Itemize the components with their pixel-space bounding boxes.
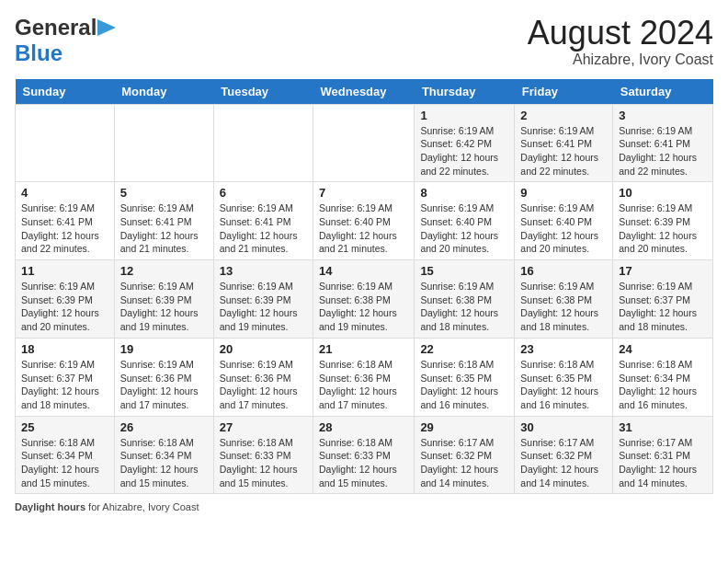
day-detail: Sunrise: 6:19 AM Sunset: 6:39 PM Dayligh… (120, 280, 208, 334)
day-detail: Sunrise: 6:19 AM Sunset: 6:38 PM Dayligh… (420, 280, 508, 334)
svg-marker-0 (97, 19, 116, 36)
day-detail: Sunrise: 6:18 AM Sunset: 6:35 PM Dayligh… (420, 358, 508, 412)
day-detail: Sunrise: 6:18 AM Sunset: 6:35 PM Dayligh… (520, 358, 607, 412)
col-header-sunday: Sunday (16, 79, 115, 105)
day-detail: Sunrise: 6:19 AM Sunset: 6:38 PM Dayligh… (319, 280, 408, 334)
day-number: 13 (220, 264, 307, 278)
logo-arrow-icon (97, 19, 116, 36)
day-number: 5 (120, 186, 208, 200)
calendar-week-row: 4Sunrise: 6:19 AM Sunset: 6:41 PM Daylig… (16, 182, 713, 260)
calendar-cell: 10Sunrise: 6:19 AM Sunset: 6:39 PM Dayli… (613, 182, 713, 260)
calendar-cell: 1Sunrise: 6:19 AM Sunset: 6:42 PM Daylig… (415, 104, 515, 182)
col-header-wednesday: Wednesday (313, 79, 415, 105)
day-detail: Sunrise: 6:19 AM Sunset: 6:38 PM Dayligh… (520, 280, 607, 334)
calendar-cell: 24Sunrise: 6:18 AM Sunset: 6:34 PM Dayli… (613, 338, 713, 416)
day-detail: Sunrise: 6:19 AM Sunset: 6:37 PM Dayligh… (619, 280, 707, 334)
calendar-cell: 15Sunrise: 6:19 AM Sunset: 6:38 PM Dayli… (415, 260, 515, 339)
day-detail: Sunrise: 6:19 AM Sunset: 6:36 PM Dayligh… (220, 358, 307, 412)
calendar-cell: 23Sunrise: 6:18 AM Sunset: 6:35 PM Dayli… (515, 338, 613, 416)
col-header-monday: Monday (114, 79, 213, 105)
day-number: 23 (520, 342, 607, 356)
calendar-cell (114, 104, 213, 182)
day-number: 20 (220, 342, 307, 356)
calendar-week-row: 11Sunrise: 6:19 AM Sunset: 6:39 PM Dayli… (16, 260, 713, 339)
col-header-friday: Friday (515, 79, 613, 105)
calendar-cell: 11Sunrise: 6:19 AM Sunset: 6:39 PM Dayli… (16, 260, 115, 339)
day-detail: Sunrise: 6:18 AM Sunset: 6:34 PM Dayligh… (21, 436, 108, 490)
calendar-cell: 27Sunrise: 6:18 AM Sunset: 6:33 PM Dayli… (213, 416, 313, 494)
day-number: 11 (21, 264, 108, 278)
day-number: 27 (220, 420, 307, 434)
calendar-cell: 6Sunrise: 6:19 AM Sunset: 6:41 PM Daylig… (213, 182, 313, 260)
day-number: 19 (120, 342, 208, 356)
day-number: 4 (21, 186, 108, 200)
calendar-cell: 13Sunrise: 6:19 AM Sunset: 6:39 PM Dayli… (213, 260, 313, 339)
calendar-cell: 22Sunrise: 6:18 AM Sunset: 6:35 PM Dayli… (415, 338, 515, 416)
day-detail: Sunrise: 6:19 AM Sunset: 6:39 PM Dayligh… (21, 280, 108, 334)
title-block: August 2024 Ahizabre, Ivory Coast (528, 15, 713, 68)
calendar-week-row: 1Sunrise: 6:19 AM Sunset: 6:42 PM Daylig… (16, 104, 713, 182)
calendar-cell: 21Sunrise: 6:18 AM Sunset: 6:36 PM Dayli… (313, 338, 415, 416)
day-number: 14 (319, 264, 408, 278)
day-detail: Sunrise: 6:17 AM Sunset: 6:32 PM Dayligh… (420, 436, 508, 490)
day-detail: Sunrise: 6:19 AM Sunset: 6:40 PM Dayligh… (420, 201, 508, 256)
day-detail: Sunrise: 6:19 AM Sunset: 6:40 PM Dayligh… (319, 201, 408, 256)
calendar-cell: 17Sunrise: 6:19 AM Sunset: 6:37 PM Dayli… (613, 260, 713, 339)
calendar-cell: 28Sunrise: 6:18 AM Sunset: 6:33 PM Dayli… (313, 416, 415, 494)
footer-label: Daylight hours (15, 501, 85, 512)
day-detail: Sunrise: 6:18 AM Sunset: 6:34 PM Dayligh… (120, 436, 208, 490)
calendar-cell: 8Sunrise: 6:19 AM Sunset: 6:40 PM Daylig… (415, 182, 515, 260)
day-detail: Sunrise: 6:19 AM Sunset: 6:41 PM Dayligh… (520, 124, 607, 178)
day-detail: Sunrise: 6:19 AM Sunset: 6:41 PM Dayligh… (21, 201, 108, 256)
col-header-saturday: Saturday (613, 79, 713, 105)
day-detail: Sunrise: 6:18 AM Sunset: 6:36 PM Dayligh… (319, 358, 408, 412)
day-number: 3 (619, 109, 707, 122)
calendar-cell: 16Sunrise: 6:19 AM Sunset: 6:38 PM Dayli… (515, 260, 613, 339)
day-number: 9 (520, 186, 607, 200)
page-header: General Blue August 2024 Ahizabre, Ivory… (15, 15, 713, 68)
calendar-cell: 30Sunrise: 6:17 AM Sunset: 6:32 PM Dayli… (515, 416, 613, 494)
logo-general: General (15, 15, 97, 40)
calendar-table: SundayMondayTuesdayWednesdayThursdayFrid… (15, 79, 713, 495)
col-header-thursday: Thursday (415, 79, 515, 105)
day-number: 18 (21, 342, 108, 356)
day-number: 30 (520, 420, 607, 434)
day-detail: Sunrise: 6:19 AM Sunset: 6:39 PM Dayligh… (220, 280, 307, 334)
calendar-cell (313, 104, 415, 182)
calendar-cell: 14Sunrise: 6:19 AM Sunset: 6:38 PM Dayli… (313, 260, 415, 339)
location-subtitle: Ahizabre, Ivory Coast (528, 52, 713, 68)
calendar-cell (213, 104, 313, 182)
calendar-header-row: SundayMondayTuesdayWednesdayThursdayFrid… (16, 79, 713, 105)
calendar-cell: 4Sunrise: 6:19 AM Sunset: 6:41 PM Daylig… (16, 182, 115, 260)
day-number: 7 (319, 186, 408, 200)
day-detail: Sunrise: 6:18 AM Sunset: 6:33 PM Dayligh… (220, 436, 307, 490)
day-number: 26 (120, 420, 208, 434)
calendar-cell: 9Sunrise: 6:19 AM Sunset: 6:40 PM Daylig… (515, 182, 613, 260)
calendar-cell: 25Sunrise: 6:18 AM Sunset: 6:34 PM Dayli… (16, 416, 115, 494)
day-number: 22 (420, 342, 508, 356)
month-year-title: August 2024 (528, 15, 713, 52)
day-detail: Sunrise: 6:19 AM Sunset: 6:42 PM Dayligh… (420, 124, 508, 178)
calendar-cell: 7Sunrise: 6:19 AM Sunset: 6:40 PM Daylig… (313, 182, 415, 260)
day-number: 15 (420, 264, 508, 278)
day-detail: Sunrise: 6:18 AM Sunset: 6:33 PM Dayligh… (319, 436, 408, 490)
day-detail: Sunrise: 6:19 AM Sunset: 6:36 PM Dayligh… (120, 358, 208, 412)
calendar-week-row: 25Sunrise: 6:18 AM Sunset: 6:34 PM Dayli… (16, 416, 713, 494)
calendar-cell: 19Sunrise: 6:19 AM Sunset: 6:36 PM Dayli… (114, 338, 213, 416)
calendar-cell: 12Sunrise: 6:19 AM Sunset: 6:39 PM Dayli… (114, 260, 213, 339)
day-detail: Sunrise: 6:19 AM Sunset: 6:41 PM Dayligh… (619, 124, 707, 178)
calendar-cell: 2Sunrise: 6:19 AM Sunset: 6:41 PM Daylig… (515, 104, 613, 182)
day-detail: Sunrise: 6:19 AM Sunset: 6:41 PM Dayligh… (120, 201, 208, 256)
day-number: 17 (619, 264, 707, 278)
col-header-tuesday: Tuesday (213, 79, 313, 105)
day-detail: Sunrise: 6:19 AM Sunset: 6:40 PM Dayligh… (520, 201, 607, 256)
day-number: 10 (619, 186, 707, 200)
day-number: 31 (619, 420, 707, 434)
day-detail: Sunrise: 6:19 AM Sunset: 6:37 PM Dayligh… (21, 358, 108, 412)
calendar-cell: 3Sunrise: 6:19 AM Sunset: 6:41 PM Daylig… (613, 104, 713, 182)
day-number: 16 (520, 264, 607, 278)
day-number: 29 (420, 420, 508, 434)
day-number: 25 (21, 420, 108, 434)
day-number: 1 (420, 109, 508, 122)
calendar-cell: 29Sunrise: 6:17 AM Sunset: 6:32 PM Dayli… (415, 416, 515, 494)
